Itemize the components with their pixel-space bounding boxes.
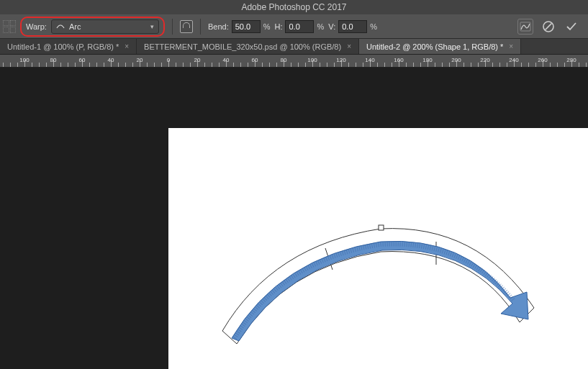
bend-field: Bend: % <box>208 20 271 33</box>
v-label: V: <box>328 22 335 31</box>
tab-label: BETTERMENT_MOBILE_320x50.psd @ 100% (RGB… <box>144 42 341 51</box>
transform-handle[interactable] <box>379 225 384 230</box>
warp-style-select[interactable]: Arc ▾ <box>51 19 159 34</box>
options-right-group <box>517 19 585 35</box>
close-icon[interactable]: × <box>347 42 351 50</box>
svg-line-2 <box>546 23 552 29</box>
commit-transform-icon[interactable] <box>564 19 579 35</box>
h-label: H: <box>274 22 282 31</box>
close-icon[interactable]: × <box>509 42 513 50</box>
separator <box>200 19 201 35</box>
warp-style-value: Arc <box>69 22 81 31</box>
document-tabs: Untitled-1 @ 100% (P, RGB/8) * × BETTERM… <box>0 39 588 55</box>
h-input[interactable] <box>285 20 314 33</box>
warp-style-group: Warp: Arc ▾ <box>20 17 165 37</box>
h-field: H: % <box>274 20 324 33</box>
horizontal-ruler: 1008060402002040608010012014016018020022… <box>0 55 588 68</box>
v-input[interactable] <box>338 20 367 33</box>
chevron-down-icon: ▾ <box>150 23 154 30</box>
bend-suffix: % <box>263 22 271 31</box>
app-title: Adobe Photoshop CC 2017 <box>241 2 346 12</box>
v-field: V: % <box>328 20 377 33</box>
options-bar: Warp: Arc ▾ Bend: % H: % V: % <box>0 14 588 39</box>
title-bar: Adobe Photoshop CC 2017 <box>0 0 588 14</box>
switch-warp-freeform-icon[interactable] <box>517 19 533 35</box>
document-canvas[interactable] <box>168 128 588 369</box>
warp-orientation-icon[interactable] <box>180 20 193 33</box>
tab-untitled-2[interactable]: Untitled-2 @ 200% (Shape 1, RGB/8) * × <box>359 39 521 54</box>
bend-label: Bend: <box>208 22 229 31</box>
v-suffix: % <box>370 22 377 31</box>
tab-label: Untitled-1 @ 100% (P, RGB/8) * <box>7 42 119 51</box>
h-suffix: % <box>317 22 324 31</box>
tab-betterment-mobile[interactable]: BETTERMENT_MOBILE_320x50.psd @ 100% (RGB… <box>137 39 359 54</box>
separator <box>172 19 173 35</box>
alignment-grid-icon[interactable] <box>3 20 16 33</box>
warp-shape[interactable] <box>168 128 588 369</box>
bend-input[interactable] <box>232 20 261 33</box>
close-icon[interactable]: × <box>125 42 129 50</box>
work-area <box>0 68 588 369</box>
tab-untitled-1[interactable]: Untitled-1 @ 100% (P, RGB/8) * × <box>0 39 137 54</box>
arc-icon <box>56 22 65 32</box>
warp-label: Warp: <box>26 22 47 31</box>
cancel-transform-icon[interactable] <box>540 19 556 35</box>
tab-label: Untitled-2 @ 200% (Shape 1, RGB/8) * <box>366 42 503 51</box>
